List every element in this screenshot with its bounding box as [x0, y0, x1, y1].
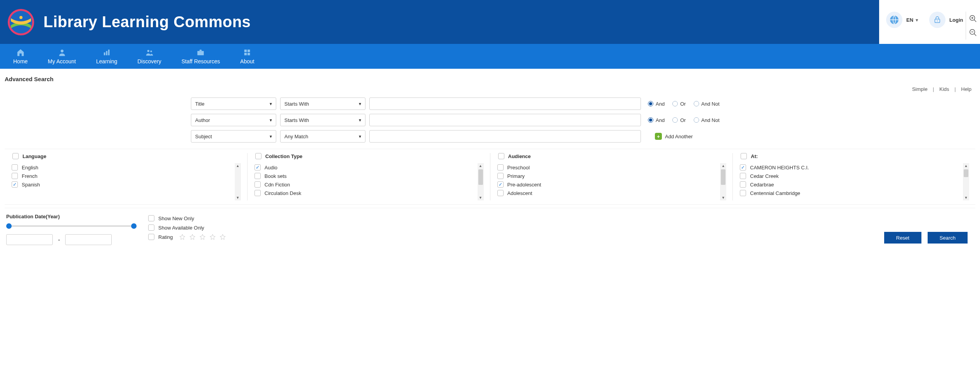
op-and-not[interactable]: And Not — [694, 117, 720, 123]
scrollbar[interactable]: ▲▼ — [235, 163, 241, 200]
facet-header[interactable]: At: — [739, 153, 969, 159]
logo-icon — [7, 8, 35, 36]
add-another-button[interactable]: + Add Another — [655, 133, 693, 140]
condition-select[interactable]: Any Match ▼ — [280, 130, 365, 143]
facet-list: CAMERON HEIGHTS C.I. Cedar Creek Cedarbr… — [739, 163, 969, 200]
star-icon — [220, 234, 226, 240]
facet-label: Collection Type — [265, 153, 303, 159]
show-available-only[interactable]: Show Available Only — [148, 223, 226, 232]
language-switcher[interactable]: EN ▾ — [886, 12, 918, 28]
facet-item-label: French — [22, 173, 37, 179]
field-select[interactable]: Title ▼ — [191, 97, 276, 110]
op-and[interactable]: And — [648, 101, 665, 107]
zoom-in-button[interactable] — [966, 12, 980, 26]
link-kids[interactable]: Kids — [939, 86, 949, 92]
search-button[interactable]: Search — [928, 232, 968, 244]
facet-item[interactable]: Centennial Cambridge — [739, 189, 961, 197]
scroll-down-icon: ▼ — [479, 195, 482, 200]
condition-value: Starts With — [284, 117, 309, 123]
slider-knob-left[interactable] — [6, 223, 12, 229]
facet-item[interactable]: Adolescent — [497, 189, 719, 197]
scroll-thumb — [478, 169, 483, 185]
nav-staff-resources[interactable]: Staff Resources — [171, 44, 230, 69]
facet-item[interactable]: Circulation Desk — [254, 189, 476, 197]
op-or[interactable]: Or — [672, 117, 686, 123]
site-logo[interactable] — [7, 8, 35, 36]
zoom-out-button[interactable] — [966, 26, 980, 40]
reset-button[interactable]: Reset — [884, 232, 921, 244]
nav-my-account[interactable]: My Account — [38, 44, 86, 69]
facet-item[interactable]: Audio — [254, 163, 476, 172]
facet-header[interactable]: Language — [11, 153, 241, 159]
year-from-input[interactable] — [6, 234, 53, 245]
chevron-down-icon: ▼ — [269, 102, 273, 106]
field-select[interactable]: Subject ▼ — [191, 130, 276, 143]
checkbox-icon — [148, 215, 154, 221]
op-and-not[interactable]: And Not — [694, 101, 720, 107]
facet-item[interactable]: Spanish — [11, 180, 233, 189]
checkbox-icon — [740, 173, 746, 179]
facet-header[interactable]: Audience — [497, 153, 727, 159]
facet-item[interactable]: Preschool — [497, 163, 719, 172]
range-dash: - — [58, 237, 60, 243]
facet-header[interactable]: Collection Type — [254, 153, 484, 159]
checkbox-icon — [497, 173, 504, 179]
nav-home[interactable]: Home — [3, 44, 38, 69]
scroll-down-icon: ▼ — [236, 195, 239, 200]
facet-list: Audio Book sets Cdn Fiction Circulation … — [254, 163, 484, 200]
login-button[interactable]: Login — [929, 12, 963, 28]
lock-icon — [929, 12, 945, 28]
term-input[interactable] — [369, 130, 641, 143]
term-input[interactable] — [369, 114, 641, 126]
plus-icon: + — [655, 133, 662, 140]
rating-stars[interactable] — [179, 234, 226, 240]
facet-item[interactable]: Cedarbrae — [739, 180, 961, 189]
op-or[interactable]: Or — [672, 101, 686, 107]
field-select[interactable]: Author ▼ — [191, 114, 276, 126]
facet-item[interactable]: English — [11, 163, 233, 172]
nav-about[interactable]: About — [230, 44, 265, 69]
svg-rect-14 — [104, 52, 106, 55]
scrollbar[interactable]: ▲▼ — [963, 163, 969, 200]
condition-select[interactable]: Starts With ▼ — [280, 97, 365, 110]
scrollbar[interactable]: ▲▼ — [720, 163, 726, 200]
nav-learning[interactable]: Learning — [86, 44, 128, 69]
facet-collection-type: Collection Type Audio Book sets Cdn Fict… — [247, 153, 490, 200]
facet-item[interactable]: French — [11, 172, 233, 180]
nav-label: My Account — [48, 58, 76, 64]
checkbox-icon — [740, 181, 746, 188]
checkbox-icon — [255, 164, 261, 171]
op-and[interactable]: And — [648, 117, 665, 123]
bool-ops: And Or And Not — [648, 117, 720, 123]
nav-label: Staff Resources — [182, 58, 220, 64]
scroll-thumb — [964, 169, 968, 177]
facet-item[interactable]: Primary — [497, 172, 719, 180]
svg-point-18 — [150, 50, 152, 52]
show-new-only[interactable]: Show New Only — [148, 214, 226, 223]
facet-item[interactable]: Cedar Creek — [739, 172, 961, 180]
link-simple[interactable]: Simple — [912, 86, 928, 92]
radio-icon — [694, 117, 699, 123]
year-slider[interactable] — [6, 223, 137, 229]
year-to-input[interactable] — [65, 234, 112, 245]
zoom-controls — [966, 12, 980, 40]
scrollbar[interactable]: ▲▼ — [478, 163, 484, 200]
radio-icon — [648, 101, 653, 106]
search-mode-links: Simple | Kids | Help — [5, 85, 975, 97]
condition-select[interactable]: Starts With ▼ — [280, 114, 365, 126]
svg-rect-21 — [248, 50, 250, 52]
grid-icon — [242, 48, 252, 57]
facet-item[interactable]: Cdn Fiction — [254, 180, 476, 189]
slider-knob-right[interactable] — [131, 223, 137, 229]
facet-item[interactable]: Book sets — [254, 172, 476, 180]
checkbox-icon — [12, 153, 19, 159]
nav-discovery[interactable]: Discovery — [127, 44, 171, 69]
checkbox-icon[interactable] — [148, 234, 154, 240]
facet-item[interactable]: Pre-adolescent — [497, 180, 719, 189]
link-help[interactable]: Help — [961, 86, 971, 92]
publication-date-label: Publication Date(Year) — [6, 214, 137, 219]
facet-item[interactable]: CAMERON HEIGHTS C.I. — [739, 163, 961, 172]
svg-rect-16 — [108, 50, 110, 56]
publication-date-block: Publication Date(Year) - — [5, 214, 137, 245]
term-input[interactable] — [369, 97, 641, 110]
